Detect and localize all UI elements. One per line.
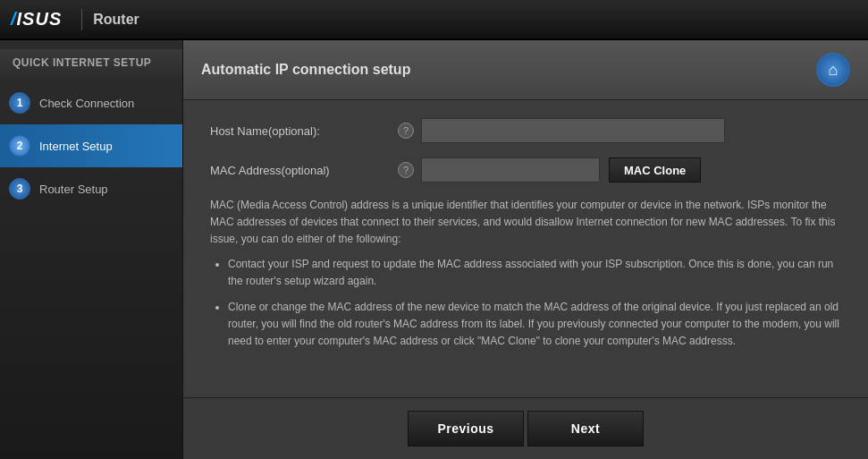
step-circle-2: 2 [9, 135, 30, 157]
info-text: MAC (Media Access Control) address is a … [210, 197, 841, 249]
step-circle-3: 3 [9, 178, 30, 200]
sidebar-item-check-connection[interactable]: 1 Check Connection [0, 81, 182, 124]
mac-address-help-icon[interactable]: ? [398, 162, 414, 178]
form-area: Host Name(optional): ? MAC Address(optio… [183, 100, 868, 397]
mac-clone-button[interactable]: MAC Clone [609, 157, 701, 183]
next-button[interactable]: Next [527, 411, 644, 446]
previous-button[interactable]: Previous [408, 411, 524, 446]
main-layout: Quick Internet Setup 1 Check Connection … [0, 40, 868, 459]
host-name-help-icon[interactable]: ? [398, 123, 414, 139]
host-name-label: Host Name(optional): [210, 124, 398, 138]
host-name-row: Host Name(optional): ? [210, 118, 841, 143]
header: /ISUS Router [0, 0, 868, 40]
sidebar-item-router-setup[interactable]: 3 Router Setup [0, 167, 182, 210]
content-area: Automatic IP connection setup ⌂ Host Nam… [183, 40, 868, 459]
step-circle-1: 1 [9, 92, 30, 114]
sidebar-quick-setup-label: Quick Internet Setup [0, 49, 182, 78]
sidebar-item-label-check-connection: Check Connection [39, 97, 134, 110]
content-header: Automatic IP connection setup ⌂ [183, 40, 868, 100]
asus-logo: /ISUS [11, 9, 62, 30]
bullet-list: Contact your ISP and request to update t… [228, 256, 841, 351]
sidebar-item-internet-setup[interactable]: 2 Internet Setup [0, 124, 182, 167]
bullet-item-2: Clone or change the MAC address of the n… [228, 299, 841, 351]
sidebar-item-label-router-setup: Router Setup [39, 183, 108, 196]
sidebar: Quick Internet Setup 1 Check Connection … [0, 40, 183, 459]
header-product-name: Router [93, 12, 139, 28]
sidebar-item-label-internet-setup: Internet Setup [39, 140, 113, 153]
bullet-item-1: Contact your ISP and request to update t… [228, 256, 841, 290]
host-name-input[interactable] [421, 118, 725, 143]
header-divider [81, 9, 82, 30]
mac-address-label: MAC Address(optional) [210, 164, 398, 177]
mac-address-input[interactable] [421, 157, 600, 183]
home-icon[interactable]: ⌂ [816, 53, 850, 87]
mac-address-row: MAC Address(optional) ? MAC Clone [210, 157, 841, 183]
info-section: MAC (Media Access Control) address is a … [210, 197, 841, 351]
page-title: Automatic IP connection setup [201, 62, 410, 78]
footer-buttons: Previous Next [183, 397, 868, 459]
